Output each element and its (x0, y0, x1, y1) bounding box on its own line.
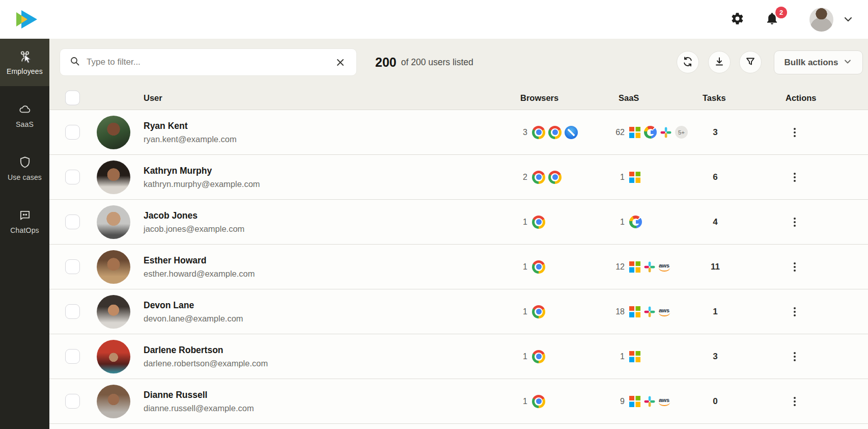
chrome-icon (532, 395, 545, 408)
notifications-button[interactable]: 2 (761, 8, 783, 31)
chrome-icon (532, 350, 545, 363)
saas-cell: 12 aws (609, 245, 669, 289)
row-checkbox[interactable] (65, 394, 80, 409)
row-checkbox[interactable] (65, 125, 80, 140)
bulk-actions-label: Bullk actions (785, 58, 838, 68)
row-checkbox[interactable] (65, 304, 80, 319)
saas-count: 12 (609, 262, 625, 272)
sidebar-item-label: SaaS (16, 120, 34, 128)
settings-button[interactable] (726, 8, 748, 31)
sidebar-item-chatops[interactable]: ChatOps (0, 198, 49, 245)
row-checkbox[interactable] (65, 259, 80, 274)
row-actions-button[interactable] (788, 200, 802, 244)
row-actions-button[interactable] (788, 334, 802, 379)
slack-icon (644, 396, 655, 407)
download-button[interactable] (708, 51, 731, 73)
row-actions-button[interactable] (788, 289, 802, 334)
row-actions-button[interactable] (788, 110, 802, 154)
results-count: 200 (375, 55, 397, 70)
row-actions-button[interactable] (788, 155, 802, 199)
browsers-cell: 1 (510, 289, 545, 334)
user-name: Dianne Russell (144, 390, 254, 400)
kebab-icon (794, 176, 796, 178)
row-checkbox[interactable] (65, 170, 80, 184)
download-icon (714, 56, 725, 69)
browsers-cell: 1 (510, 334, 545, 379)
user-email: kathryn.murphy@example.com (144, 179, 260, 189)
avatar (97, 160, 130, 194)
tasks-count: 3 (706, 334, 724, 379)
chevron-down-icon[interactable] (843, 14, 854, 25)
sidebar-item-saas[interactable]: SaaS (0, 92, 49, 139)
saas-cell: 1 (609, 334, 640, 379)
sidebar-item-label: Use cases (8, 173, 42, 181)
avatar (97, 205, 130, 239)
saas-cell: 62 5+ (609, 110, 688, 154)
app-logo-icon[interactable] (14, 9, 38, 30)
chrome-icon (532, 216, 545, 229)
column-header-browsers: Browsers (520, 93, 558, 102)
search-icon (69, 56, 80, 69)
table-row: Kathryn Murphy kathryn.murphy@example.co… (49, 154, 868, 199)
select-all-checkbox[interactable] (65, 90, 80, 105)
browsers-cell: 1 (510, 379, 545, 423)
google-icon (644, 126, 657, 139)
table-row: Ryan Kent ryan.kent@example.com 3 62 5+ … (49, 110, 868, 154)
microsoft-icon (629, 172, 640, 183)
tasks-count: 1 (706, 289, 724, 334)
filter-button[interactable] (739, 51, 762, 73)
kebab-icon (794, 311, 796, 313)
row-checkbox[interactable] (65, 214, 80, 229)
search-input[interactable] (87, 57, 333, 67)
sidebar: Employees SaaS Use cases ChatOps (0, 39, 49, 429)
user-avatar[interactable] (809, 8, 833, 32)
chrome-icon (532, 126, 545, 139)
browsers-cell: 2 (510, 155, 562, 199)
sidebar-item-employees[interactable]: Employees (0, 39, 49, 86)
microsoft-icon (629, 127, 640, 138)
user-name: Jacob Jones (144, 210, 244, 221)
slack-icon (644, 261, 655, 273)
column-header-saas: SaaS (619, 93, 639, 102)
aws-icon: aws (659, 307, 669, 316)
column-header-actions: Actions (786, 93, 817, 102)
microsoft-icon (629, 396, 640, 407)
slack-icon (660, 127, 671, 138)
row-checkbox[interactable] (65, 349, 80, 364)
browsers-count: 2 (510, 173, 527, 182)
table-row: Darlene Robertson darlene.robertson@exam… (49, 334, 868, 379)
chrome-icon (532, 171, 545, 184)
row-actions-button[interactable] (788, 379, 802, 423)
browsers-count: 1 (510, 352, 527, 361)
chrome-icon (548, 171, 562, 184)
saas-cell: 18 aws (609, 289, 669, 334)
saas-cell: 1 (609, 155, 640, 199)
browsers-cell: 3 (510, 110, 578, 154)
refresh-button[interactable] (677, 51, 699, 73)
tasks-count: 4 (706, 200, 724, 244)
row-actions-button[interactable] (788, 245, 802, 289)
toolbar: 200 of 200 users listed Bullk actions (49, 39, 868, 86)
main-content: 200 of 200 users listed Bullk actions (49, 39, 868, 429)
browsers-cell: 1 (510, 245, 545, 289)
safari-icon (565, 126, 578, 139)
clear-search-button[interactable] (333, 56, 347, 69)
kebab-icon (794, 400, 796, 403)
saas-count: 1 (609, 352, 625, 361)
browsers-count: 1 (510, 218, 527, 227)
google-icon (629, 216, 642, 228)
kebab-icon (794, 356, 796, 358)
browsers-count: 1 (510, 307, 527, 316)
user-email: devon.lane@example.com (144, 314, 243, 324)
user-name: Darlene Robertson (144, 345, 268, 356)
sidebar-item-use-cases[interactable]: Use cases (0, 145, 49, 192)
avatar (97, 295, 130, 329)
column-header-user: User (144, 93, 162, 102)
chrome-icon (548, 126, 562, 139)
saas-count: 18 (609, 307, 625, 316)
table-header: User Browsers SaaS Tasks Actions (49, 86, 868, 110)
user-name: Esther Howard (144, 255, 255, 266)
kebab-icon (794, 221, 796, 223)
search-box (60, 48, 357, 76)
bulk-actions-button[interactable]: Bullk actions (774, 50, 863, 74)
